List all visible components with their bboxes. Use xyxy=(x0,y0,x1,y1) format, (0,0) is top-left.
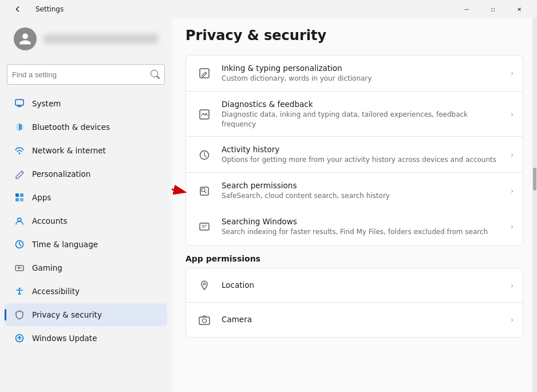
svg-point-10 xyxy=(21,267,22,268)
scrollbar-thumb xyxy=(533,168,536,191)
sidebar-item-personalization[interactable]: Personalization xyxy=(5,163,167,185)
diagnostics-icon xyxy=(195,105,214,124)
content-inner: Privacy & security Inking & typing perso… xyxy=(172,18,537,355)
settings-group-top: Inking & typing personalization Custom d… xyxy=(185,55,523,246)
personalization-label: Personalization xyxy=(32,169,90,179)
search-permissions-desc: SafeSearch, cloud content search, search… xyxy=(222,191,503,201)
activity-icon xyxy=(195,146,214,164)
diagnostics-title: Diagnostics & feedback xyxy=(222,100,503,109)
searching-windows-title: Searching Windows xyxy=(222,217,503,226)
search-permissions-icon xyxy=(195,182,214,200)
personalization-icon xyxy=(14,168,25,180)
sidebar-item-gaming[interactable]: Gaming xyxy=(5,256,167,279)
searching-windows-chevron: › xyxy=(511,223,514,231)
bluetooth-label: Bluetooth & devices xyxy=(32,122,110,132)
search-container xyxy=(0,60,172,89)
system-label: System xyxy=(32,99,61,108)
search-permissions-text: Search permissions SafeSearch, cloud con… xyxy=(222,181,503,201)
app-permissions-group: Location › Camera xyxy=(185,268,523,338)
svg-point-22 xyxy=(203,319,207,323)
privacy-label: Privacy & security xyxy=(32,310,102,319)
camera-text: Camera xyxy=(222,315,503,325)
bluetooth-icon xyxy=(14,121,25,133)
window-controls: ─ □ ✕ xyxy=(453,0,532,18)
setting-row-activity[interactable]: Activity history Options for getting mor… xyxy=(185,136,523,173)
activity-text: Activity history Options for getting mor… xyxy=(222,145,503,165)
searching-windows-text: Searching Windows Search indexing for fa… xyxy=(222,217,503,237)
gaming-label: Gaming xyxy=(32,263,62,272)
avatar xyxy=(14,27,37,50)
nav-list: System Bluetooth & devices xyxy=(0,92,172,350)
sidebar-item-bluetooth[interactable]: Bluetooth & devices xyxy=(5,116,167,138)
activity-chevron: › xyxy=(511,151,514,159)
setting-row-searching-windows[interactable]: Searching Windows Search indexing for fa… xyxy=(185,208,523,246)
inking-desc: Custom dictionary, words in your diction… xyxy=(222,74,503,84)
search-permissions-title: Search permissions xyxy=(222,181,503,190)
diagnostics-text: Diagnostics & feedback Diagnostic data, … xyxy=(222,100,503,129)
activity-desc: Options for getting more from your activ… xyxy=(222,155,503,165)
apps-icon xyxy=(14,192,25,203)
search-box[interactable] xyxy=(7,64,165,85)
svg-rect-0 xyxy=(15,100,23,105)
search-icon xyxy=(151,70,160,79)
user-profile[interactable] xyxy=(5,21,167,57)
main-content: Privacy & security Inking & typing perso… xyxy=(172,18,537,392)
sidebar: System Bluetooth & devices xyxy=(0,18,172,392)
svg-point-2 xyxy=(19,153,21,155)
system-icon xyxy=(14,98,25,109)
inking-chevron: › xyxy=(511,69,514,77)
back-button[interactable] xyxy=(5,0,31,18)
app-permissions-label: App permissions xyxy=(185,254,523,263)
network-label: Network & internet xyxy=(32,146,106,155)
maximize-button[interactable]: □ xyxy=(480,0,506,18)
search-input[interactable] xyxy=(12,70,147,79)
inking-text: Inking & typing personalization Custom d… xyxy=(222,64,503,84)
close-button[interactable]: ✕ xyxy=(506,0,532,18)
privacy-icon xyxy=(14,309,25,320)
svg-rect-4 xyxy=(20,193,23,197)
user-name-blurred xyxy=(44,34,158,43)
setting-row-diagnostics[interactable]: Diagnostics & feedback Diagnostic data, … xyxy=(185,91,523,137)
accessibility-icon xyxy=(14,286,25,297)
app-body: System Bluetooth & devices xyxy=(0,18,537,392)
svg-rect-5 xyxy=(15,198,19,201)
red-arrow-annotation xyxy=(172,177,192,205)
camera-chevron: › xyxy=(511,316,514,324)
update-icon xyxy=(14,332,25,344)
sidebar-item-apps[interactable]: Apps xyxy=(5,186,167,209)
setting-row-location[interactable]: Location › xyxy=(185,268,523,303)
accessibility-label: Accessibility xyxy=(32,287,80,296)
scrollbar-track xyxy=(532,18,537,392)
location-icon xyxy=(195,276,214,295)
svg-rect-6 xyxy=(20,198,23,201)
searching-windows-desc: Search indexing for faster results, Find… xyxy=(222,227,503,237)
gaming-icon xyxy=(14,262,25,274)
sidebar-item-accounts[interactable]: Accounts xyxy=(5,209,167,232)
sidebar-item-update[interactable]: Windows Update xyxy=(5,327,167,350)
time-label: Time & language xyxy=(32,240,98,249)
svg-rect-21 xyxy=(199,317,210,324)
svg-rect-19 xyxy=(200,223,209,230)
minimize-button[interactable]: ─ xyxy=(453,0,480,18)
location-chevron: › xyxy=(511,282,514,290)
titlebar: Settings ─ □ ✕ xyxy=(0,0,537,18)
setting-row-inking[interactable]: Inking & typing personalization Custom d… xyxy=(185,55,523,92)
accounts-label: Accounts xyxy=(32,216,68,225)
camera-title: Camera xyxy=(222,315,503,324)
titlebar-left: Settings xyxy=(5,0,64,18)
network-icon xyxy=(14,145,25,156)
search-permissions-chevron: › xyxy=(511,187,514,195)
location-title: Location xyxy=(222,280,503,290)
sidebar-item-system[interactable]: System xyxy=(5,92,167,115)
sidebar-item-time[interactable]: Time & language xyxy=(5,233,167,256)
update-label: Windows Update xyxy=(32,334,97,343)
setting-row-camera[interactable]: Camera › xyxy=(185,302,523,338)
svg-rect-3 xyxy=(15,193,19,197)
setting-row-search-permissions[interactable]: Search permissions SafeSearch, cloud con… xyxy=(185,172,523,209)
window-title: Settings xyxy=(35,5,64,13)
sidebar-item-privacy[interactable]: Privacy & security xyxy=(5,303,167,326)
sidebar-item-accessibility[interactable]: Accessibility xyxy=(5,280,167,303)
sidebar-item-network[interactable]: Network & internet xyxy=(5,139,167,162)
camera-icon xyxy=(195,311,214,329)
page-title: Privacy & security xyxy=(185,27,523,43)
